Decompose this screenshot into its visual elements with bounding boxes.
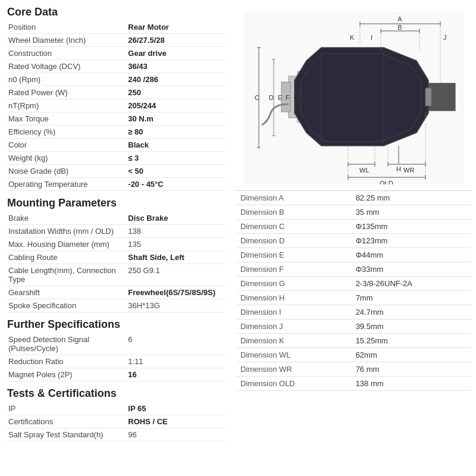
spec-value: ≥ 80 — [127, 126, 225, 139]
spec-value: IP 65 — [127, 402, 225, 415]
spec-label: Rated Power (W) — [7, 86, 127, 99]
dim-value: 7mm — [352, 291, 471, 305]
table-row: Max Torque30 N.m — [7, 112, 225, 126]
spec-value: Black — [127, 139, 225, 152]
dim-value: 39.5mm — [352, 320, 471, 334]
table-row: PositionRear Motor — [7, 21, 225, 34]
table-row: Max. Housing Diameter (mm)135 — [7, 238, 225, 251]
spec-value: < 50 — [127, 165, 225, 178]
table-row: Operating Temperature-20 - 45°C — [7, 178, 225, 191]
dim-value: 76 mm — [352, 362, 471, 377]
svg-rect-20 — [428, 83, 455, 111]
dim-row: Dimension OLD138 mm — [237, 377, 471, 391]
svg-text:I: I — [371, 34, 372, 41]
dim-label: Dimension K — [237, 334, 352, 348]
dim-value: Φ135mm — [352, 220, 471, 234]
spec-value: 205/244 — [127, 99, 225, 112]
table-row: Spoke Specification36H*13G — [7, 299, 225, 312]
motor-diagram: A B K I J — [237, 6, 471, 188]
svg-text:OLD: OLD — [380, 180, 393, 184]
dim-row: Dimension G2-3/8-26UNF-2A — [237, 277, 471, 291]
spec-value: 135 — [127, 238, 225, 251]
dim-row: Dimension K15.25mm — [237, 334, 471, 348]
table-row: Rated Voltage (DCV)36/43 — [7, 60, 225, 73]
dim-label: Dimension OLD — [237, 377, 352, 391]
right-column: A B K I J — [232, 0, 476, 451]
svg-text:H: H — [396, 165, 401, 173]
spec-label: Max. Housing Diameter (mm) — [7, 238, 127, 251]
tests-title: Tests & Certifications — [7, 387, 225, 400]
dim-row: Dimension H7mm — [237, 291, 471, 305]
table-row: Cabling RouteShaft Side, Left — [7, 251, 225, 264]
dim-row: Dimension EΦ44mm — [237, 248, 471, 262]
table-row: Cable Length(mm), Connection Type250 G9.… — [7, 264, 225, 286]
spec-label: Construction — [7, 47, 127, 60]
dim-label: Dimension G — [237, 277, 352, 291]
dimensions-table: Dimension A82.25 mmDimension B35 mmDimen… — [237, 190, 471, 391]
dim-label: Dimension H — [237, 291, 352, 305]
spec-label: Wheel Diameter (Inch) — [7, 34, 127, 47]
spec-label: nT(Rpm) — [7, 99, 127, 112]
dim-value: 35 mm — [352, 205, 471, 220]
spec-label: Efficiency (%) — [7, 126, 127, 139]
motor-svg: A B K I J — [244, 12, 464, 184]
svg-text:D: D — [269, 94, 274, 101]
table-row: Salt Spray Test Standard(h)96 — [7, 428, 225, 441]
spec-value: 36/43 — [127, 60, 225, 73]
table-row: Noise Grade (dB)< 50 — [7, 165, 225, 178]
svg-text:E: E — [278, 94, 282, 101]
spec-label: Max Torque — [7, 112, 127, 126]
spec-value: -20 - 45°C — [127, 178, 225, 191]
spec-value: Rear Motor — [127, 21, 225, 34]
dim-value: 82.25 mm — [352, 191, 471, 205]
spec-value: 240 /286 — [127, 73, 225, 86]
spec-label: Weight (kg) — [7, 152, 127, 165]
table-row: nT(Rpm)205/244 — [7, 99, 225, 112]
dim-label: Dimension C — [237, 220, 352, 234]
spec-label: Rated Voltage (DCV) — [7, 60, 127, 73]
dim-label: Dimension WL — [237, 348, 352, 362]
svg-text:WR: WR — [403, 167, 414, 174]
svg-rect-21 — [425, 88, 431, 106]
table-row: Installation Widths (mm / OLD)138 — [7, 225, 225, 238]
table-row: Efficiency (%)≥ 80 — [7, 126, 225, 139]
core-data-title: Core Data — [7, 6, 225, 18]
dim-value: Φ123mm — [352, 234, 471, 248]
spec-value: Disc Brake — [127, 212, 225, 225]
table-row: ConstructionGear drive — [7, 47, 225, 60]
table-row: Weight (kg)≤ 3 — [7, 152, 225, 165]
dim-value: 62mm — [352, 348, 471, 362]
table-row: CertificationsROHS / CE — [7, 415, 225, 428]
spec-label: Speed Detection Signal (Pulses/Cycle) — [7, 333, 127, 355]
svg-text:A: A — [397, 15, 402, 23]
spec-value: 26/27.5/28 — [127, 34, 225, 47]
mounting-title: Mounting Parameters — [7, 197, 225, 209]
svg-text:J: J — [443, 34, 447, 41]
dim-label: Dimension WR — [237, 362, 352, 377]
svg-text:B: B — [397, 24, 402, 31]
table-row: Wheel Diameter (Inch)26/27.5/28 — [7, 34, 225, 47]
table-row: ColorBlack — [7, 139, 225, 152]
spec-value: Freewheel(6S/7S/8S/9S) — [127, 286, 225, 299]
dim-label: Dimension F — [237, 262, 352, 277]
spec-label: Gearshift — [7, 286, 127, 299]
spec-label: Cable Length(mm), Connection Type — [7, 264, 127, 286]
table-row: BrakeDisc Brake — [7, 212, 225, 225]
spec-label: Reduction Ratio — [7, 355, 127, 368]
svg-text:WL: WL — [359, 167, 369, 174]
svg-text:K: K — [350, 34, 355, 41]
table-row: Rated Power (W)250 — [7, 86, 225, 99]
dim-row: Dimension WL62mm — [237, 348, 471, 362]
core-data-table: PositionRear MotorWheel Diameter (Inch)2… — [7, 21, 225, 191]
spec-value: 6 — [127, 333, 225, 355]
spec-label: Magnet Poles (2P) — [7, 368, 127, 381]
table-row: n0 (Rpm)240 /286 — [7, 73, 225, 86]
dim-row: Dimension FΦ33mm — [237, 262, 471, 277]
spec-label: Certifications — [7, 415, 127, 428]
spec-value: 250 — [127, 86, 225, 99]
svg-text:F: F — [286, 94, 290, 101]
dim-label: Dimension D — [237, 234, 352, 248]
dim-value: Φ44mm — [352, 248, 471, 262]
spec-label: Color — [7, 139, 127, 152]
tests-table: IPIP 65CertificationsROHS / CESalt Spray… — [7, 402, 225, 441]
